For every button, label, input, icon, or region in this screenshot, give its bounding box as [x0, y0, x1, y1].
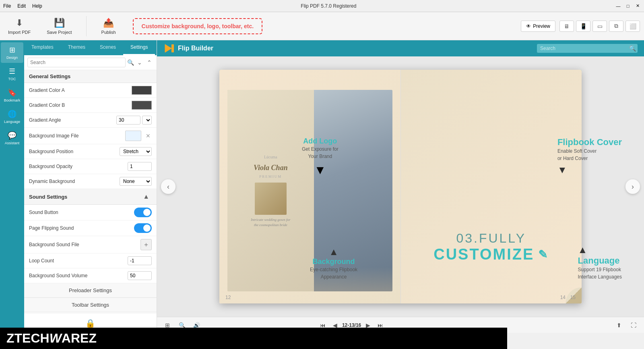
publish-icon: 📤 — [103, 18, 114, 28]
prev-page-btn[interactable]: ‹ — [161, 179, 175, 194]
gradient-color-a-control — [132, 86, 152, 95]
window-controls: — □ ✕ — [615, 3, 641, 9]
design-icon: ⊞ — [9, 46, 15, 54]
sidebar-item-language[interactable]: 🌐 Language — [1, 106, 23, 127]
menu-file[interactable]: File — [3, 3, 11, 9]
settings-panel-container: Templates Themes Scenes Settings 🔍 ⌄ ⌃ G… — [24, 40, 157, 333]
sidebar-item-assistant[interactable]: 💬 Assistant — [1, 128, 23, 148]
gradient-color-a-swatch[interactable] — [132, 86, 152, 95]
sidebar-item-bookmark[interactable]: 🔖 Bookmark — [1, 85, 23, 106]
customize-hint-text: Customize background, logo, toolbar, etc… — [142, 23, 254, 29]
save-project-button[interactable]: 💾 Save Project — [43, 15, 76, 37]
preloader-settings-btn[interactable]: Preloader Settings — [24, 283, 157, 298]
tab-settings[interactable]: Settings — [123, 40, 155, 55]
menu-edit[interactable]: Edit — [17, 3, 26, 9]
gradient-angle-select[interactable] — [142, 116, 152, 125]
page-number-14: 14 — [560, 295, 566, 300]
dynamic-background-select[interactable]: None Snow Stars — [120, 177, 152, 186]
sound-button-row: Sound Button — [24, 205, 157, 220]
menu-help[interactable]: Help — [32, 3, 42, 9]
gradient-color-b-row: Gradient Color B — [24, 98, 157, 113]
customize-hint-box: Customize background, logo, toolbar, etc… — [133, 18, 262, 34]
search-down-btn[interactable]: ⌄ — [136, 58, 144, 66]
fullscreen-btn[interactable]: ⛶ — [628, 320, 639, 331]
view-full-btn[interactable]: ⬜ — [625, 21, 640, 32]
panel-search-input[interactable] — [27, 58, 126, 67]
close-btn[interactable]: ✕ — [634, 3, 641, 9]
save-icon: 💾 — [54, 18, 65, 28]
page-flipping-sound-control — [134, 223, 152, 233]
background-opacity-input[interactable] — [128, 162, 152, 171]
import-pdf-button[interactable]: ⬇ Import PDF — [4, 15, 35, 37]
flipbook-subtitle: Lúcuma — [251, 154, 290, 160]
edit-icon: ✎ — [538, 248, 549, 261]
panel-tabs: Templates Themes Scenes Settings — [24, 40, 157, 55]
loop-count-input[interactable] — [128, 256, 152, 265]
view-tablet-btn[interactable]: 📱 — [576, 21, 590, 32]
sound-button-slider — [134, 208, 152, 217]
view-split-btn[interactable]: ⧉ — [609, 21, 623, 32]
background-image-remove-btn[interactable]: ✕ — [144, 132, 152, 139]
flip-search-icon: 🔍 — [629, 45, 636, 52]
sound-button-label: Sound Button — [29, 210, 134, 215]
watermark-bar: ZTECHWAREZ — [0, 328, 507, 349]
flipbook-cover-title: Flipbook Cover — [557, 137, 622, 147]
background-sound-volume-input[interactable] — [128, 271, 152, 280]
sidebar-item-toc[interactable]: ☰ TOC — [1, 64, 23, 84]
language-annotation: ▲ Language Support 19 FlipbookInterface … — [578, 244, 622, 280]
background-sound-add-btn[interactable]: ＋ — [140, 239, 152, 250]
background-position-select[interactable]: Stretch Center Tile — [120, 147, 152, 156]
background-opacity-row: Background Opacity — [24, 159, 157, 174]
language-title: Language — [578, 256, 620, 266]
flip-topbar: Flip Builder 🔍 — [157, 40, 644, 56]
flip-builder-search[interactable] — [537, 44, 638, 53]
general-settings-header[interactable]: General Settings — [24, 70, 157, 83]
flipbook-brand: Viola Chan — [251, 162, 290, 174]
publish-button[interactable]: 📤 Publish — [97, 15, 121, 37]
background-annotation: ▲ Background Eye-catching FlipbookAppear… — [310, 246, 357, 280]
page-flipping-slider — [134, 223, 152, 233]
maximize-btn[interactable]: □ — [625, 3, 631, 9]
watermark-z: Z — [6, 331, 14, 345]
flip-logo-icon — [163, 43, 175, 54]
tab-templates[interactable]: Templates — [24, 40, 61, 55]
sidebar-item-design[interactable]: ⊞ Design — [1, 42, 23, 63]
current-page-display: 12-13/16 — [342, 322, 361, 328]
main-toolbar: ⬇ Import PDF 💾 Save Project 📤 Publish Cu… — [0, 12, 644, 40]
background-text: Eye-catching FlipbookAppearance — [310, 266, 357, 280]
search-up-btn[interactable]: ⌃ — [145, 58, 153, 66]
view-desktop-btn[interactable]: 🖥 — [559, 21, 574, 32]
import-label: Import PDF — [8, 30, 31, 35]
search-controls: ⌄ ⌃ — [136, 58, 153, 66]
center-text-line2: CUSTOMIZE ✎ — [433, 246, 549, 263]
settings-scroll-panel[interactable]: General Settings Gradient Color A Gradie… — [24, 70, 157, 313]
sound-settings-collapse-btn[interactable]: ▲ — [140, 192, 152, 201]
gradient-angle-input[interactable] — [116, 116, 140, 125]
sound-button-toggle[interactable] — [134, 208, 152, 217]
gradient-color-b-label: Gradient Color B — [29, 102, 132, 108]
toolbar-right: 👁 Preview 🖥 📱 ▭ ⧉ ⬜ — [521, 21, 640, 32]
preview-button[interactable]: 👁 Preview — [521, 21, 555, 32]
flip-builder-logo: Flip Builder — [163, 43, 213, 54]
publish-label: Publish — [101, 30, 116, 35]
flipbook-inner-left: Lúcuma Viola Chan PREMIUM Intricate wedd… — [227, 90, 314, 291]
svg-marker-0 — [165, 44, 171, 52]
tab-themes[interactable]: Themes — [61, 40, 93, 55]
view-wide-btn[interactable]: ▭ — [592, 21, 607, 32]
sound-settings-header[interactable]: Sound Settings ▲ — [24, 189, 157, 205]
center-text-line1: 03.FULLY — [433, 231, 549, 246]
watermark-tech: TECH — [14, 331, 50, 345]
title-bar: File Edit Help Flip PDF 5.7.0 Registered… — [0, 0, 644, 12]
page-flipping-toggle[interactable] — [134, 223, 152, 233]
next-page-btn[interactable]: › — [625, 179, 640, 194]
lock-icon: 🔒 — [85, 319, 95, 328]
minimize-btn[interactable]: — — [615, 3, 621, 9]
tab-scenes[interactable]: Scenes — [93, 40, 123, 55]
add-logo-title: Add Logo — [303, 137, 337, 145]
page-number-12: 12 — [225, 295, 231, 300]
gradient-color-b-swatch[interactable] — [132, 101, 152, 110]
import-icon: ⬇ — [16, 18, 23, 28]
share-btn[interactable]: ⬆ — [613, 320, 625, 331]
toolbar-settings-btn[interactable]: Toolbar Settings — [24, 298, 157, 312]
background-opacity-label: Background Opacity — [29, 164, 128, 169]
